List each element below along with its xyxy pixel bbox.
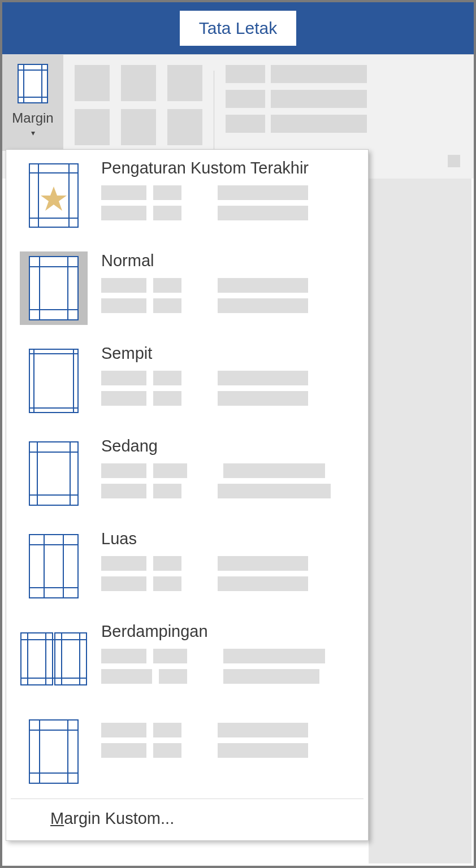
margin-option-title: Berdampingan [101, 622, 357, 641]
svg-rect-39 [29, 720, 78, 783]
margin-option-extra[interactable] [6, 706, 368, 798]
margin-thumb-narrow-icon [20, 344, 88, 418]
custom-margins-label: argin Kustom... [64, 809, 174, 827]
margin-thumb-mirrored-icon [20, 622, 88, 696]
document-area [369, 179, 471, 863]
ribbon-group-launcher-icon[interactable] [448, 155, 460, 167]
margin-thumb-moderate-icon [20, 437, 88, 510]
tab-layout[interactable]: Tata Letak [180, 11, 296, 46]
svg-rect-31 [21, 633, 53, 685]
margin-thumb-last-custom-icon [20, 159, 88, 232]
margin-option-wide[interactable]: Luas [6, 520, 368, 613]
margins-button-label: Margin [12, 110, 53, 126]
chevron-down-icon: ▾ [31, 128, 35, 137]
ribbon-placeholder [63, 55, 474, 151]
margin-option-normal[interactable]: Normal [6, 242, 368, 335]
svg-rect-21 [29, 442, 78, 505]
margins-dropdown: Pengaturan Kustom Terakhir Normal [6, 149, 369, 841]
margin-thumb-normal-icon [20, 251, 88, 325]
margin-option-moderate[interactable]: Sedang [6, 428, 368, 520]
margin-option-narrow[interactable]: Sempit [6, 335, 368, 428]
margin-option-title: Sempit [101, 344, 357, 363]
svg-rect-16 [29, 349, 78, 413]
ribbon-titlebar: Tata Letak [2, 2, 474, 54]
custom-margins-hotkey: M [50, 809, 64, 827]
margin-thumb-wide-icon [20, 530, 88, 603]
margin-option-title: Normal [101, 251, 357, 270]
margins-icon [13, 60, 53, 107]
svg-rect-32 [55, 633, 86, 685]
custom-margins-menu-item[interactable]: Margin Kustom... [6, 799, 368, 840]
svg-rect-11 [29, 257, 78, 320]
margin-option-title: Luas [101, 530, 357, 548]
margins-button[interactable]: Margin ▾ [2, 55, 63, 151]
margin-option-mirrored[interactable]: Berdampingan [6, 613, 368, 706]
margin-thumb-extra-icon [20, 715, 88, 788]
margin-option-title: Pengaturan Kustom Terakhir [101, 159, 357, 177]
margin-option-last-custom[interactable]: Pengaturan Kustom Terakhir [6, 150, 368, 242]
svg-rect-26 [29, 535, 78, 598]
margin-option-title: Sedang [101, 437, 357, 455]
